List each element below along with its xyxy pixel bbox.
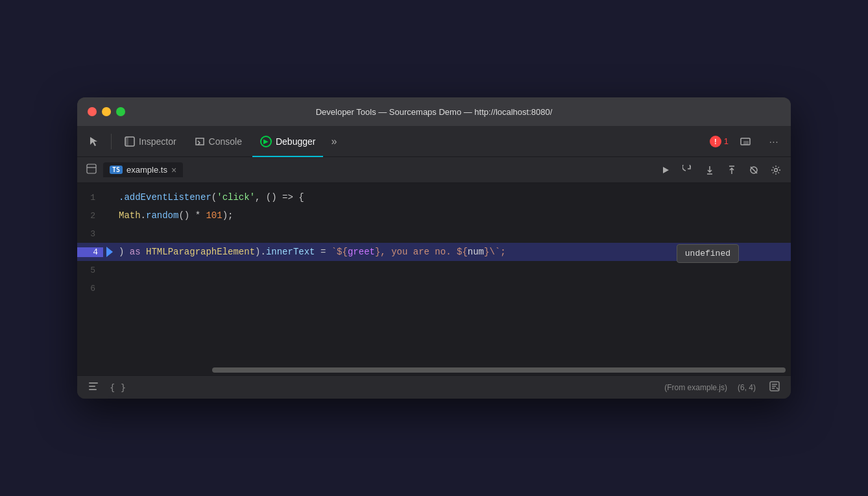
line-content-1: .addEventListener('click', () => {	[116, 192, 791, 203]
code-editor[interactable]: 1 .addEventListener('click', () => { 2 M…	[77, 183, 791, 365]
line-arrow-4	[103, 247, 116, 257]
resume-icon	[661, 166, 670, 175]
pretty-print-icon	[88, 380, 99, 392]
responsive-icon	[740, 136, 751, 147]
debug-toolbar	[656, 160, 786, 180]
settings-icon	[771, 165, 781, 175]
step-over-icon	[682, 165, 693, 175]
settings-button[interactable]	[766, 160, 786, 180]
pretty-print-button[interactable]	[85, 379, 102, 396]
toolbar-right: ! 1 ···	[710, 130, 786, 153]
line-number-1: 1	[77, 193, 103, 203]
line-number-5: 5	[77, 266, 103, 275]
maximize-button[interactable]	[116, 107, 125, 116]
minimize-button[interactable]	[102, 107, 111, 116]
tab-console[interactable]: Console	[187, 130, 250, 153]
svg-rect-1	[125, 137, 128, 146]
tooltip-text: undefined	[685, 249, 730, 258]
more-options-icon: ···	[769, 136, 779, 147]
line-number-2: 2	[77, 211, 103, 221]
responsive-design-button[interactable]	[734, 130, 757, 153]
console-label: Console	[209, 136, 242, 147]
close-button[interactable]	[88, 107, 97, 116]
status-right: (From example.js) (6, 4)	[664, 379, 783, 396]
cursor-position: (6, 4)	[738, 383, 756, 392]
pick-element-button[interactable]	[82, 130, 106, 153]
line-number-6: 6	[77, 284, 103, 293]
error-badge[interactable]: ! 1	[710, 136, 729, 147]
resume-button[interactable]	[656, 160, 675, 180]
separator	[111, 134, 112, 149]
source-map-button[interactable]	[766, 379, 783, 396]
step-out-button[interactable]	[722, 160, 741, 180]
code-line-1: 1 .addEventListener('click', () => {	[77, 188, 791, 206]
svg-rect-11	[89, 382, 98, 384]
title-bar: Developer Tools — Sourcemaps Demo — http…	[77, 97, 791, 126]
scrollbar-thumb[interactable]	[212, 367, 786, 373]
file-tab-example-ts[interactable]: TS example.ts ×	[103, 162, 183, 177]
step-into-button[interactable]	[700, 160, 719, 180]
code-line-5: 5	[77, 261, 791, 279]
more-options-button[interactable]: ···	[762, 130, 786, 153]
inspector-icon	[125, 136, 135, 147]
svg-rect-4	[87, 164, 96, 173]
status-bar: { } (From example.js) (6, 4)	[77, 375, 791, 399]
code-panel: TS example.ts ×	[77, 157, 791, 375]
braces-icon: { }	[110, 382, 126, 393]
file-tab-name: example.ts	[127, 165, 167, 175]
window-title: Developer Tools — Sourcemaps Demo — http…	[316, 107, 553, 117]
console-icon	[195, 136, 205, 147]
tab-debugger[interactable]: ▶ Debugger	[252, 130, 324, 153]
panel-toggle-icon	[86, 164, 97, 174]
code-line-2: 2 Math.random() * 101);	[77, 206, 791, 225]
more-tabs-button[interactable]: »	[326, 133, 342, 150]
file-tabs-bar: TS example.ts ×	[77, 157, 791, 183]
step-over-button[interactable]	[678, 160, 697, 180]
svg-rect-12	[89, 386, 95, 387]
step-out-icon	[727, 165, 737, 175]
status-left: { }	[85, 379, 128, 396]
svg-point-10	[775, 168, 778, 171]
traffic-lights	[88, 107, 125, 116]
step-into-icon	[705, 165, 715, 175]
code-line-3: 3	[77, 225, 791, 243]
error-count: 1	[724, 136, 729, 146]
error-dot: !	[710, 136, 721, 147]
file-tab-close-button[interactable]: ×	[171, 166, 176, 175]
source-map-icon	[769, 380, 780, 392]
horizontal-scrollbar[interactable]	[77, 367, 791, 373]
format-button[interactable]: { }	[107, 380, 128, 395]
debugger-label: Debugger	[276, 136, 316, 147]
line-content-2: Math.random() * 101);	[116, 210, 791, 221]
main-toolbar: Inspector Console ▶ Debugger » ! 1	[77, 126, 791, 157]
source-file-label: (From example.js)	[664, 383, 727, 392]
panel-toggle-button[interactable]	[82, 161, 101, 179]
debugger-icon: ▶	[260, 136, 272, 147]
deactivate-icon	[749, 165, 759, 175]
deactivate-button[interactable]	[744, 160, 764, 180]
cursor-icon	[88, 136, 100, 147]
line-number-4: 4	[77, 247, 103, 257]
tooltip-popup: undefined	[677, 244, 739, 263]
line-number-3: 3	[77, 229, 103, 239]
tab-inspector[interactable]: Inspector	[117, 130, 184, 153]
ts-badge: TS	[110, 166, 123, 174]
svg-rect-3	[743, 141, 749, 145]
devtools-window: Developer Tools — Sourcemaps Demo — http…	[77, 97, 791, 399]
code-line-6: 6	[77, 279, 791, 297]
inspector-label: Inspector	[139, 136, 176, 147]
svg-rect-13	[89, 389, 97, 390]
